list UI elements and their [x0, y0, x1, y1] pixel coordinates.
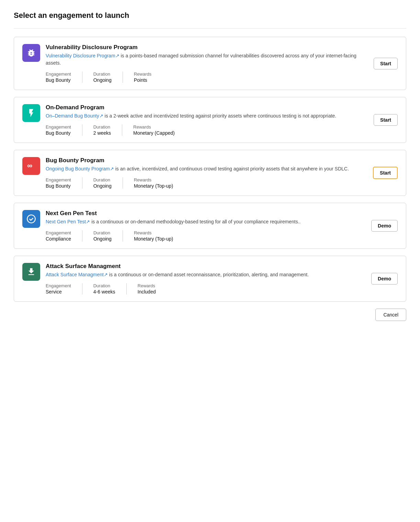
vdp-rewards-value: Points [134, 77, 151, 83]
odp-description: On–Demand Bug Bounty↗ is a 2-week active… [46, 112, 368, 120]
card-asm: Attack Surface ManagmentAttack Surface M… [14, 256, 406, 302]
bbp-engagement: EngagementBug Bounty [46, 177, 82, 189]
ngpt-engagement-label: Engagement [46, 230, 71, 235]
card-bbp: ∞ Bug Bounty ProgramOngoing Bug Bounty P… [14, 150, 406, 196]
card-ngpt: Next Gen Pen TestNext Gen Pen Test↗ is a… [14, 203, 406, 249]
odp-duration-value: 2 weeks [93, 130, 111, 136]
odp-content: On-Demand ProgramOn–Demand Bug Bounty↗ i… [46, 104, 368, 136]
asm-engagement-label: Engagement [46, 283, 71, 288]
odp-rewards-label: Rewards [133, 124, 175, 130]
bbp-content: Bug Bounty ProgramOngoing Bug Bounty Pro… [46, 157, 367, 189]
vdp-rewards-label: Rewards [134, 71, 151, 77]
vdp-title: Vulnerability Disclosure Program [46, 44, 368, 51]
vdp-engagement-label: Engagement [46, 71, 71, 77]
bbp-meta: EngagementBug BountyDurationOngoingRewar… [46, 177, 367, 189]
odp-engagement: EngagementBug Bounty [46, 124, 82, 136]
vdp-icon [22, 44, 40, 62]
bbp-duration-label: Duration [93, 177, 112, 182]
bbp-description: Ongoing Bug Bounty Program↗ is an active… [46, 165, 367, 173]
footer: Cancel [14, 309, 406, 321]
asm-duration-label: Duration [93, 283, 115, 288]
vdp-link[interactable]: Vulnerability Disclosure Program↗ [46, 53, 120, 58]
ngpt-engagement: EngagementCompliance [46, 230, 82, 242]
odp-link[interactable]: On–Demand Bug Bounty↗ [46, 113, 103, 119]
bbp-rewards-label: Rewards [134, 177, 173, 182]
asm-rewards: RewardsIncluded [138, 283, 167, 295]
asm-content: Attack Surface ManagmentAttack Surface M… [46, 263, 366, 295]
asm-duration: Duration4-6 weeks [93, 283, 127, 295]
vdp-engagement: EngagementBug Bounty [46, 71, 82, 83]
asm-description: Attack Surface Managment↗ is a continuou… [46, 271, 366, 278]
vdp-content: Vulnerability Disclosure ProgramVulnerab… [46, 44, 368, 83]
ngpt-content: Next Gen Pen TestNext Gen Pen Test↗ is a… [46, 210, 366, 242]
asm-action: Demo [371, 273, 398, 285]
bbp-icon: ∞ [22, 157, 40, 175]
bbp-rewards: RewardsMonetary (Top-up) [134, 177, 184, 189]
svg-point-1 [27, 215, 35, 223]
asm-engagement: EngagementService [46, 283, 82, 295]
asm-icon [22, 263, 40, 281]
vdp-description: Vulnerability Disclosure Program↗ is a p… [46, 52, 368, 67]
vdp-action: Start [374, 58, 398, 69]
bbp-engagement-label: Engagement [46, 177, 71, 182]
odp-icon [22, 104, 40, 122]
divider [14, 28, 406, 29]
odp-engagement-label: Engagement [46, 124, 71, 130]
vdp-meta: EngagementBug BountyDurationOngoingRewar… [46, 71, 368, 83]
card-odp: On-Demand ProgramOn–Demand Bug Bounty↗ i… [14, 97, 406, 143]
bbp-button[interactable]: Start [373, 167, 398, 179]
asm-rewards-value: Included [138, 289, 156, 295]
asm-title: Attack Surface Managment [46, 263, 366, 270]
odp-meta: EngagementBug BountyDuration2 weeksRewar… [46, 124, 368, 136]
odp-duration-label: Duration [93, 124, 111, 130]
odp-duration: Duration2 weeks [93, 124, 122, 136]
vdp-duration: DurationOngoing [93, 71, 123, 83]
cancel-button[interactable]: Cancel [375, 309, 406, 321]
ngpt-rewards-value: Monetary (Top-up) [134, 236, 173, 242]
bbp-link[interactable]: Ongoing Bug Bounty Program↗ [46, 166, 114, 171]
asm-button[interactable]: Demo [371, 273, 398, 285]
ngpt-engagement-value: Compliance [46, 236, 71, 242]
vdp-engagement-value: Bug Bounty [46, 77, 71, 83]
odp-action: Start [374, 114, 398, 126]
vdp-rewards: RewardsPoints [134, 71, 162, 83]
vdp-duration-value: Ongoing [93, 77, 112, 83]
ngpt-duration-value: Ongoing [93, 236, 112, 242]
asm-engagement-value: Service [46, 289, 71, 295]
svg-text:∞: ∞ [27, 162, 32, 169]
ngpt-action: Demo [371, 220, 398, 232]
odp-button[interactable]: Start [374, 114, 398, 126]
ngpt-rewards: RewardsMonetary (Top-up) [134, 230, 184, 242]
asm-link[interactable]: Attack Surface Managment↗ [46, 272, 108, 277]
bbp-engagement-value: Bug Bounty [46, 183, 71, 189]
ngpt-meta: EngagementComplianceDurationOngoingRewar… [46, 230, 366, 242]
asm-duration-value: 4-6 weeks [93, 289, 115, 295]
ngpt-duration-label: Duration [93, 230, 112, 235]
bbp-duration-value: Ongoing [93, 183, 112, 189]
vdp-button[interactable]: Start [374, 58, 398, 69]
bbp-duration: DurationOngoing [93, 177, 123, 189]
card-vdp: Vulnerability Disclosure ProgramVulnerab… [14, 37, 406, 90]
odp-title: On-Demand Program [46, 104, 368, 111]
bbp-title: Bug Bounty Program [46, 157, 367, 164]
bbp-action: Start [373, 167, 398, 179]
page-title: Select an engagement to launch [14, 11, 406, 20]
asm-rewards-label: Rewards [138, 283, 156, 288]
vdp-duration-label: Duration [93, 71, 112, 77]
ngpt-title: Next Gen Pen Test [46, 210, 366, 217]
ngpt-rewards-label: Rewards [134, 230, 173, 235]
odp-rewards-value: Monetary (Capped) [133, 130, 175, 136]
ngpt-duration: DurationOngoing [93, 230, 123, 242]
ngpt-description: Next Gen Pen Test↗ is a continuous or on… [46, 218, 366, 225]
odp-rewards: RewardsMonetary (Capped) [133, 124, 186, 136]
ngpt-button[interactable]: Demo [371, 220, 398, 232]
bbp-rewards-value: Monetary (Top-up) [134, 183, 173, 189]
ngpt-link[interactable]: Next Gen Pen Test↗ [46, 219, 90, 224]
asm-meta: EngagementServiceDuration4-6 weeksReward… [46, 283, 366, 295]
ngpt-icon [22, 210, 40, 228]
cards-container: Vulnerability Disclosure ProgramVulnerab… [14, 37, 406, 302]
odp-engagement-value: Bug Bounty [46, 130, 71, 136]
